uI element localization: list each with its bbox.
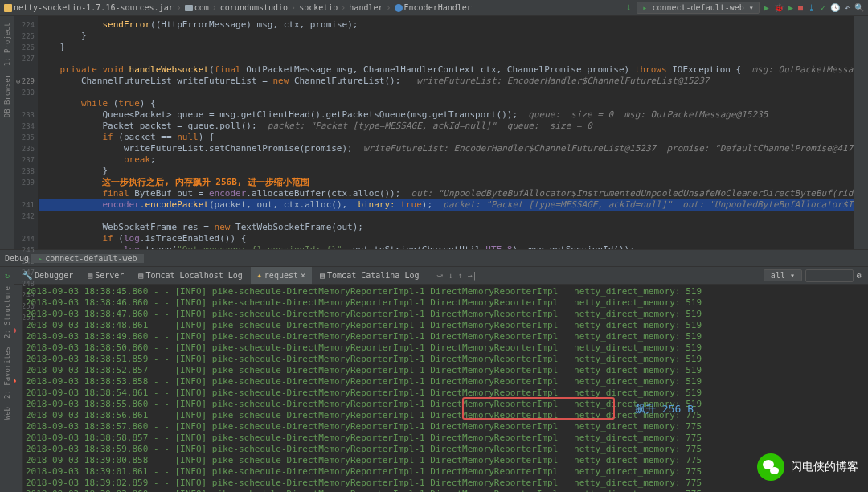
git-update-button[interactable]: ⭳ [808, 3, 816, 12]
log-level-filter[interactable]: all ▾ [764, 269, 802, 281]
run-to-cursor-button[interactable]: →| [468, 271, 477, 280]
breadcrumb-class: EncoderHandler [395, 3, 472, 12]
search-button[interactable]: 🔍 [854, 3, 864, 12]
debug-step-controls: ⤻ ↓ ↑ →| [436, 271, 477, 280]
debug-title-bar: Debug ▸ connect-default-web [0, 249, 868, 267]
right-tool-tabs [854, 16, 868, 249]
left-tool-tabs-lower: 2: Structure 2: Favorites Web [0, 283, 14, 492]
debug-label: Debug ▸ connect-default-web [0, 254, 149, 263]
log-line: 2018-09-03 18:38:59.860 - - [INFO] pike-… [26, 444, 865, 455]
console-panel: ▶ ■ ●● ⊘ ⚙ 📌 — 2018-09-03 18:38:45.860 -… [0, 285, 868, 492]
server-icon: ▤ [88, 271, 92, 280]
log-line: 2018-09-03 18:38:54.861 - - [INFO] pike-… [26, 387, 865, 399]
log-line: 2018-09-03 18:38:56.861 - - [INFO] pike-… [26, 410, 865, 421]
run-button[interactable]: ▶ [764, 3, 769, 12]
web-tool-tab[interactable]: Web [3, 407, 11, 420]
console-filter: all ▾ ⚙ [764, 269, 868, 282]
jar-icon [4, 4, 12, 12]
step-out-button[interactable]: ↑ [457, 271, 462, 280]
log-line: 2018-09-03 18:39:00.858 - - [INFO] pike-… [26, 455, 865, 466]
db-browser-tab[interactable]: DB Browser [3, 74, 11, 117]
class-icon [395, 4, 403, 12]
play-glyph-icon: ▸ [642, 3, 647, 12]
log-line: 2018-09-03 18:38:58.857 - - [INFO] pike-… [26, 433, 865, 444]
code-editor[interactable]: sendError((HttpErrorMessage) msg, ctx, p… [39, 16, 868, 249]
console-output[interactable]: 2018-09-03 18:38:45.860 - - [INFO] pike-… [23, 285, 868, 492]
run-controls: ⤓ ▸ connect-default-web ▾ ▶ 🐞 ▶ ■ ⭳ ✓ 🕓 … [625, 2, 864, 14]
log-icon: ▤ [138, 271, 143, 280]
log-line: 2018-09-03 18:38:48.861 - - [INFO] pike-… [26, 320, 865, 331]
log-search-input[interactable] [805, 269, 854, 282]
log-line: 2018-09-03 18:38:51.859 - - [INFO] pike-… [26, 354, 865, 365]
log-line: 2018-09-03 18:39:01.861 - - [INFO] pike-… [26, 466, 865, 478]
breadcrumb-jar: netty-socketio-1.7.16-sources.jar [4, 3, 174, 12]
breadcrumb[interactable]: netty-socketio-1.7.16-sources.jar › com … [4, 3, 472, 12]
project-tool-tab[interactable]: 1: Project [3, 23, 11, 66]
left-tool-tabs: 1: Project DB Browser [0, 16, 14, 249]
wechat-icon [757, 453, 784, 481]
log-line: 2018-09-03 18:38:55.860 - - [INFO] pike-… [26, 399, 865, 410]
git-revert-button[interactable]: ↶ [845, 3, 850, 12]
git-commit-button[interactable]: ✓ [821, 3, 825, 12]
svg-rect-0 [4, 4, 12, 12]
step-into-button[interactable]: ↓ [448, 271, 452, 280]
log-line: 2018-09-03 18:38:50.860 - - [INFO] pike-… [26, 342, 865, 354]
log-line: 2018-09-03 18:38:57.860 - - [INFO] pike-… [26, 421, 865, 433]
log-line: 2018-09-03 18:38:45.860 - - [INFO] pike-… [26, 286, 865, 297]
highlight-box-log [462, 397, 615, 420]
run-config-dropdown[interactable]: ▸ connect-default-web ▾ [637, 2, 760, 14]
console-tab-bar: ↻ 🔧 Debugger ▤ Server ▤ Tomcat Localhost… [0, 267, 868, 285]
log-line: 2018-09-03 18:38:47.860 - - [INFO] pike-… [26, 309, 865, 320]
structure-tool-tab[interactable]: 2: Structure [3, 286, 11, 338]
log-line: 2018-09-03 18:38:46.860 - - [INFO] pike-… [26, 297, 865, 309]
filter-settings-icon[interactable]: ⚙ [857, 271, 862, 280]
watermark-text: 闪电侠的博客 [791, 460, 858, 474]
request-tab[interactable]: ✦ request × [251, 267, 312, 284]
separator-icon: › [177, 3, 182, 12]
folder-icon [185, 5, 193, 11]
server-tab[interactable]: ▤ Server [81, 267, 130, 284]
annotation-rise: 飙升 256 B [635, 402, 694, 416]
run-coverage-button[interactable]: ▶ [788, 3, 793, 12]
play-glyph-icon: ▸ [38, 254, 43, 263]
editor-area: 1: Project DB Browser 224225226227⊕22923… [0, 16, 868, 249]
debugger-tab[interactable]: 🔧 Debugger [16, 267, 80, 284]
step-over-button[interactable]: ⤻ [436, 271, 443, 280]
favorites-tool-tab[interactable]: 2: Favorites [3, 346, 11, 399]
compile-icon[interactable]: ⤓ [625, 3, 632, 12]
log-line: 2018-09-03 18:38:53.858 - - [INFO] pike-… [26, 376, 865, 387]
stop-button[interactable]: ■ [798, 3, 803, 12]
debug-process-tab[interactable]: ▸ connect-default-web [31, 254, 143, 263]
line-number-gutter: 224225226227⊕229230233234235236237238239… [14, 16, 39, 249]
log-line: 2018-09-03 18:38:49.860 - - [INFO] pike-… [26, 331, 865, 342]
breadcrumb-pkg: com [185, 3, 209, 12]
watermark: 闪电侠的博客 [757, 453, 858, 481]
tomcat-catalina-tab[interactable]: ▤ Tomcat Catalina Log [313, 267, 425, 284]
debug-button[interactable]: 🐞 [774, 3, 784, 12]
close-icon[interactable]: × [301, 271, 305, 280]
svg-rect-1 [185, 5, 193, 11]
rerun-button[interactable]: ↻ [0, 271, 14, 280]
breadcrumb-bar: netty-socketio-1.7.16-sources.jar › com … [0, 0, 868, 16]
log-line: 2018-09-03 18:39:03.860 - - [INFO] pike-… [26, 489, 865, 492]
log-line: 2018-09-03 18:39:02.859 - - [INFO] pike-… [26, 478, 865, 489]
git-history-button[interactable]: 🕓 [830, 3, 840, 12]
debugger-icon: 🔧 [23, 271, 32, 280]
request-icon: ✦ [257, 271, 262, 280]
svg-point-2 [395, 4, 403, 12]
tomcat-localhost-tab[interactable]: ▤ Tomcat Localhost Log [132, 267, 248, 284]
log-line: 2018-09-03 18:38:52.857 - - [INFO] pike-… [26, 365, 865, 376]
log-icon: ▤ [320, 271, 325, 280]
